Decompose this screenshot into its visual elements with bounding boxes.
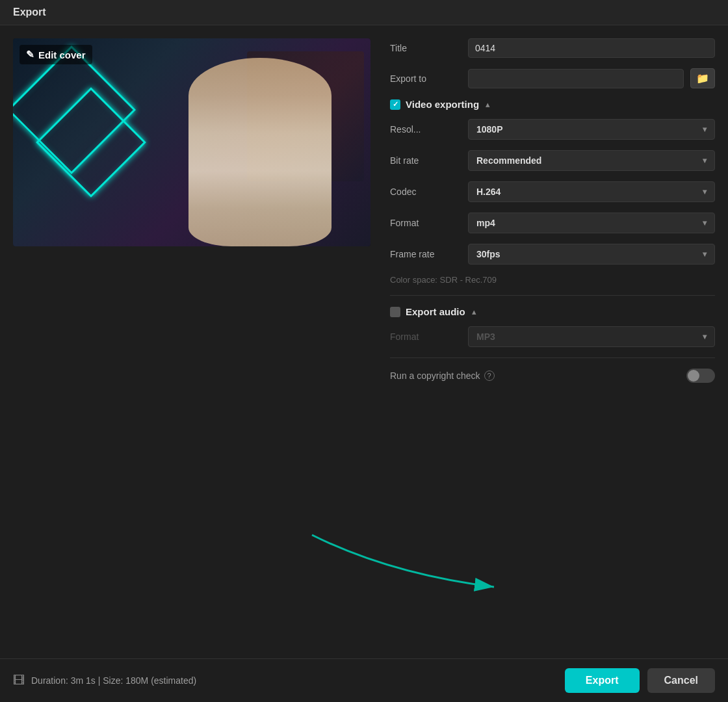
video-exporting-checkbox[interactable]: ✓ [390,99,400,110]
framerate-row: Frame rate 30fps ▾ [390,244,715,265]
checkmark-icon: ✓ [393,100,398,109]
bitrate-chevron-down-icon: ▾ [703,156,707,165]
copyright-row: Run a copyright check ? [390,369,715,383]
export-dialog: Export ✎ Edit cover [0,0,728,702]
toggle-knob [688,370,699,382]
export-to-input[interactable] [468,69,684,88]
format-label: Format [390,218,462,228]
audio-exporting-chevron[interactable]: ▴ [472,307,476,317]
copyright-toggle[interactable] [686,369,715,383]
framerate-chevron-down-icon: ▾ [703,250,707,259]
dialog-titlebar: Export [0,0,728,25]
bitrate-row: Bit rate Recommended ▾ [390,150,715,171]
video-preview-container: ✎ Edit cover [13,38,370,246]
copyright-info-icon[interactable]: ? [484,370,495,381]
edit-cover-label: Edit cover [38,49,86,60]
video-exporting-header: ✓ Video exporting ▴ [390,99,715,110]
edit-cover-button[interactable]: ✎ Edit cover [20,45,92,64]
film-icon: 🎞 [13,674,25,688]
codec-label: Codec [390,187,462,197]
audio-format-select[interactable]: MP3 ▾ [468,326,715,347]
title-label: Title [390,43,462,53]
section-divider-2 [390,358,715,358]
audio-exporting-checkbox[interactable] [390,307,400,317]
person-silhouette [188,58,332,246]
codec-row: Codec H.264 ▾ [390,181,715,202]
framerate-label: Frame rate [390,249,462,259]
video-exporting-chevron[interactable]: ▴ [486,99,490,109]
bottom-buttons: Export Cancel [565,668,715,693]
resolution-chevron-down-icon: ▾ [703,125,707,134]
dialog-title: Export [13,6,46,18]
audio-format-value: MP3 [476,332,495,342]
resolution-select[interactable]: 1080P ▾ [468,119,715,140]
pencil-icon: ✎ [26,49,34,60]
bitrate-select[interactable]: Recommended ▾ [468,150,715,171]
codec-value: H.264 [476,187,500,197]
right-panel: Title Export to 📁 ✓ Video exporting ▴ [384,25,728,658]
color-space: Color space: SDR - Rec.709 [390,275,715,285]
duration-text: Duration: 3m 1s | Size: 180M (estimated) [31,675,196,686]
bitrate-value: Recommended [476,155,541,166]
bottom-bar: 🎞 Duration: 3m 1s | Size: 180M (estimate… [0,658,728,702]
folder-button[interactable]: 📁 [690,68,715,88]
audio-exporting-header: Export audio ▴ [390,306,715,317]
format-row: Format mp4 ▾ [390,213,715,233]
format-chevron-down-icon: ▾ [703,218,707,228]
video-thumbnail [13,38,370,246]
bitrate-label: Bit rate [390,155,462,166]
audio-format-row: Format MP3 ▾ [390,326,715,347]
codec-select[interactable]: H.264 ▾ [468,181,715,202]
title-row: Title [390,38,715,58]
export-to-row: Export to 📁 [390,68,715,88]
resolution-label: Resol... [390,124,462,135]
resolution-row: Resol... 1080P ▾ [390,119,715,140]
video-exporting-title: Video exporting [406,99,479,110]
copyright-label-text: Run a copyright check [390,370,480,381]
audio-exporting-title: Export audio [406,306,465,317]
title-input[interactable] [468,38,715,58]
framerate-select[interactable]: 30fps ▾ [468,244,715,265]
left-panel: ✎ Edit cover [0,25,384,658]
duration-info: 🎞 Duration: 3m 1s | Size: 180M (estimate… [13,674,196,688]
export-to-label: Export to [390,73,462,84]
format-value: mp4 [476,218,495,228]
folder-icon: 📁 [696,72,709,84]
audio-format-chevron-down-icon: ▾ [703,332,707,341]
codec-chevron-down-icon: ▾ [703,187,707,196]
dialog-body: ✎ Edit cover Title Export to 📁 [0,25,728,658]
export-button[interactable]: Export [565,668,640,693]
audio-format-label: Format [390,332,462,342]
framerate-value: 30fps [476,249,500,259]
resolution-value: 1080P [476,124,502,135]
copyright-label-group: Run a copyright check ? [390,370,495,381]
format-select[interactable]: mp4 ▾ [468,213,715,233]
cancel-button[interactable]: Cancel [647,668,715,693]
section-divider-1 [390,295,715,296]
